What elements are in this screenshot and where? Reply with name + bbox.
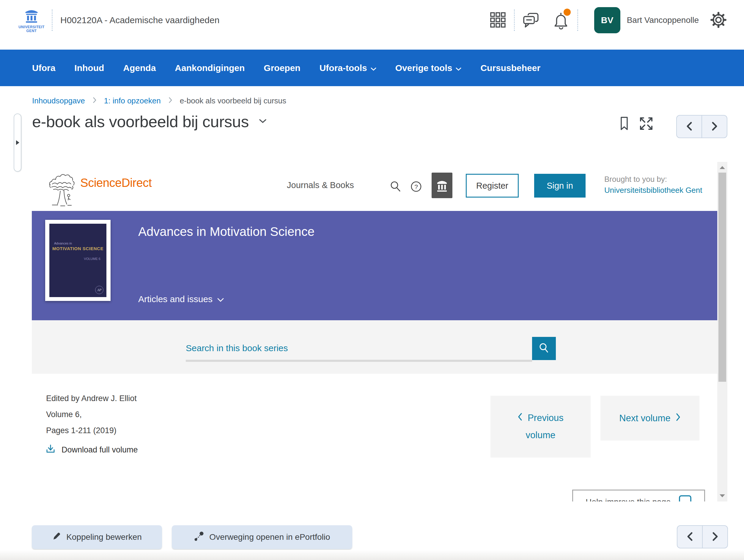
- ugent-logo[interactable]: UNIVERSITEIT GENT: [19, 7, 44, 33]
- nav-item-agenda[interactable]: Agenda: [114, 50, 165, 86]
- previous-topic-button[interactable]: [677, 526, 702, 548]
- articles-and-issues-dropdown[interactable]: Articles and issues: [138, 294, 224, 304]
- chevron-left-icon: [518, 409, 522, 427]
- journals-books-link[interactable]: Journals & Books: [287, 180, 354, 190]
- nav-item-cursusbeheer[interactable]: Cursusbeheer: [471, 50, 550, 86]
- help-improve-label: Help improve this page: [586, 497, 671, 502]
- nav-label: Agenda: [123, 63, 156, 73]
- institution-access-button[interactable]: [432, 172, 452, 198]
- breadcrumb-separator-icon: [169, 96, 172, 106]
- series-search-section: [32, 320, 717, 374]
- scrollbar-thumb[interactable]: [718, 172, 726, 382]
- series-search-button[interactable]: [532, 337, 556, 360]
- nav-item-aankondigingen[interactable]: Aankondigingen: [165, 50, 254, 86]
- sciencedirect-logo[interactable]: ScienceDirect: [80, 176, 152, 190]
- embedded-sciencedirect-frame: ScienceDirect Journals & Books ?: [32, 162, 728, 502]
- page: UNIVERSITEIT GENT H002120A - Academische…: [0, 0, 744, 560]
- cover-volume: VOLUME 6: [52, 257, 104, 261]
- cover-title: MOTIVATION SCIENCE: [52, 246, 104, 251]
- chevron-right-icon: [676, 413, 681, 424]
- svg-text:?: ?: [414, 183, 418, 190]
- fullscreen-icon: [639, 116, 653, 132]
- fullscreen-button[interactable]: [639, 116, 653, 132]
- sd-help-button[interactable]: ?: [410, 180, 422, 194]
- book-cover[interactable]: Advances in MOTIVATION SCIENCE VOLUME 6 …: [45, 220, 111, 301]
- chevron-left-icon: [686, 531, 694, 543]
- previous-topic-button[interactable]: [677, 116, 702, 137]
- app-grid-button[interactable]: [490, 11, 506, 29]
- articles-label: Articles and issues: [138, 294, 213, 304]
- course-navbar: Ufora Inhoud Agenda Aankondigingen Groep…: [0, 50, 744, 86]
- next-topic-button[interactable]: [702, 526, 728, 548]
- nav-label: Ufora-tools: [320, 63, 367, 73]
- chevron-right-icon: [711, 531, 719, 543]
- breadcrumb-separator-icon: [93, 96, 96, 106]
- volume-details-section: Edited by Andrew J. Elliot Volume 6, Pag…: [32, 374, 717, 502]
- edited-by: Edited by Andrew J. Elliot: [46, 394, 137, 403]
- register-button[interactable]: Register: [466, 174, 519, 198]
- next-volume-label: Next volume: [619, 413, 670, 424]
- notifications-button[interactable]: [552, 10, 569, 30]
- volume-number: Volume 6,: [46, 410, 82, 419]
- sign-in-button[interactable]: Sign in: [534, 174, 586, 198]
- collapsed-panel-handle[interactable]: [14, 114, 22, 172]
- next-volume-button[interactable]: Next volume: [600, 396, 699, 441]
- scroll-down-arrow[interactable]: [720, 494, 725, 497]
- book-cover-art: Advances in MOTIVATION SCIENCE VOLUME 6 …: [49, 224, 106, 297]
- logo-text-line2: GENT: [27, 29, 37, 33]
- previous-volume-label-line2: volume: [526, 427, 556, 444]
- settings-button[interactable]: [710, 11, 727, 29]
- avatar[interactable]: BV: [594, 7, 620, 33]
- breadcrumb: Inhoudsopgave 1: info opzoeken e-book al…: [32, 96, 286, 106]
- chevron-down-icon: [371, 63, 376, 73]
- university-building-icon: [23, 7, 40, 25]
- download-full-volume-link[interactable]: Download full volume: [45, 444, 138, 456]
- header-divider: [514, 9, 515, 31]
- brought-to-you-by: Brought to you by: Universiteitsbiblioth…: [604, 174, 702, 196]
- header-divider: [52, 9, 52, 31]
- download-icon: [45, 444, 55, 456]
- top-header-row: UNIVERSITEIT GENT H002120A - Academische…: [19, 5, 727, 36]
- download-label: Download full volume: [62, 445, 138, 454]
- breadcrumb-current: e-book als voorbeeld bij cursus: [180, 96, 286, 106]
- frame-scrollbar[interactable]: [717, 162, 728, 502]
- nav-label: Aankondigingen: [175, 63, 245, 73]
- user-name: Bart Vancoppenolle: [627, 15, 699, 25]
- nav-label: Overige tools: [395, 63, 452, 73]
- breadcrumb-link-inhoudsopgave[interactable]: Inhoudsopgave: [32, 96, 85, 106]
- chat-icon: [523, 11, 540, 29]
- help-improve-page-button[interactable]: Help improve this page: [572, 490, 705, 502]
- page-footer-fade: [0, 550, 744, 560]
- nav-item-ufora-tools[interactable]: Ufora-tools: [310, 50, 386, 86]
- nav-label: Ufora: [32, 63, 55, 73]
- scroll-up-arrow[interactable]: [720, 166, 725, 169]
- nav-item-inhoud[interactable]: Inhoud: [65, 50, 114, 86]
- search-icon: [538, 343, 550, 355]
- sd-search-toggle-button[interactable]: [389, 180, 402, 194]
- library-link[interactable]: Universiteitsbibliotheek Gent: [604, 186, 702, 195]
- bookmark-button[interactable]: [620, 116, 628, 132]
- series-search-input[interactable]: [186, 336, 532, 362]
- previous-volume-button[interactable]: Previous volume: [490, 396, 591, 457]
- institution-icon: [436, 178, 448, 193]
- messages-button[interactable]: [523, 11, 540, 29]
- open-eportfolio-label: Overweging openen in ePortfolio: [209, 532, 330, 542]
- breadcrumb-link-info-opzoeken[interactable]: 1: info opzoeken: [104, 96, 161, 106]
- cover-series-prefix: Advances in: [52, 242, 104, 245]
- nav-label: Inhoud: [74, 63, 104, 73]
- next-topic-button[interactable]: [702, 116, 727, 137]
- open-eportfolio-button[interactable]: Overweging openen in ePortfolio: [172, 525, 352, 549]
- elsevier-tree-logo: [47, 172, 75, 208]
- eportfolio-icon: [194, 531, 204, 544]
- chevron-down-icon: [259, 119, 267, 124]
- edit-link-label: Koppeling bewerken: [66, 532, 142, 542]
- title-actions-button[interactable]: [259, 119, 267, 124]
- previous-volume-label-line1: Previous: [528, 409, 564, 427]
- nav-item-overige-tools[interactable]: Overige tools: [386, 50, 471, 86]
- nav-item-ufora[interactable]: Ufora: [23, 50, 65, 86]
- edit-link-button[interactable]: Koppeling bewerken: [32, 525, 162, 549]
- book-series-banner: Advances in MOTIVATION SCIENCE VOLUME 6 …: [32, 211, 717, 320]
- page-title: e-book als voorbeeld bij cursus: [32, 112, 249, 131]
- bookmark-icon: [620, 116, 628, 132]
- nav-item-groepen[interactable]: Groepen: [254, 50, 310, 86]
